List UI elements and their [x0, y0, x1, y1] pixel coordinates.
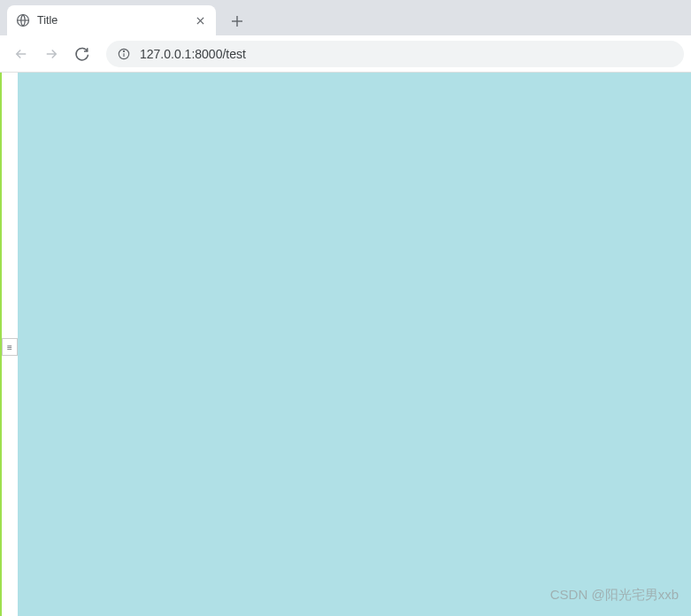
sidebar-toggle[interactable]: ≡: [2, 338, 18, 356]
address-bar[interactable]: 127.0.0.1:8000/test: [106, 41, 684, 67]
globe-icon: [16, 13, 30, 27]
tab-strip: Title: [0, 0, 691, 35]
back-button[interactable]: [7, 40, 35, 68]
new-tab-button[interactable]: [225, 9, 250, 34]
close-icon[interactable]: [193, 13, 207, 27]
forward-button[interactable]: [37, 40, 65, 68]
toolbar: 127.0.0.1:8000/test: [0, 35, 691, 73]
browser-chrome: Title: [0, 0, 691, 73]
content-area: ≡ CSDN @阳光宅男xxb: [0, 73, 691, 616]
reload-button[interactable]: [67, 40, 96, 68]
svg-point-8: [123, 50, 124, 51]
page-body: [18, 73, 691, 616]
info-icon[interactable]: [117, 47, 131, 61]
tab-title: Title: [37, 14, 186, 27]
browser-tab[interactable]: Title: [7, 5, 216, 35]
url-text: 127.0.0.1:8000/test: [140, 47, 673, 61]
